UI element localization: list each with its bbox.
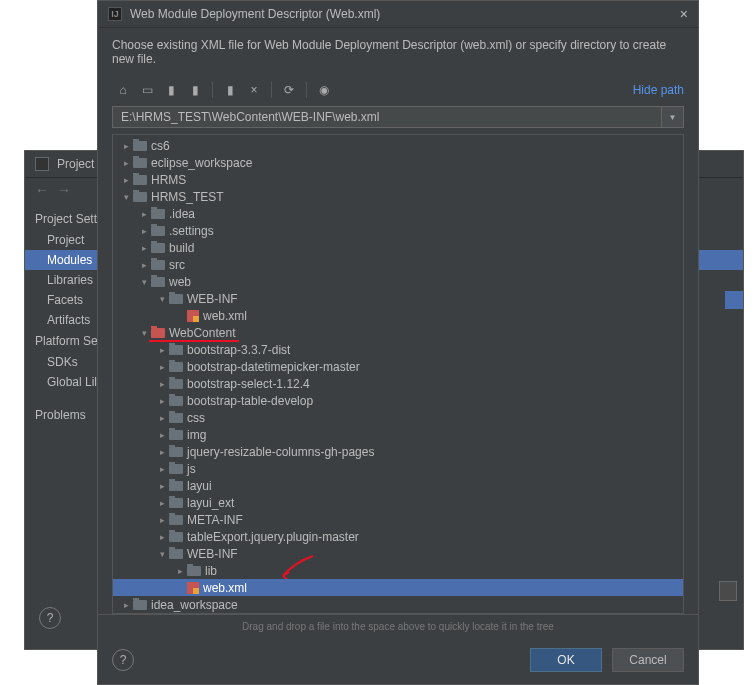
path-input[interactable] (112, 106, 662, 128)
expand-closed-icon[interactable] (139, 243, 149, 253)
expand-closed-icon[interactable] (157, 396, 167, 406)
folder-icon (169, 362, 183, 372)
expand-closed-icon[interactable] (157, 532, 167, 542)
expand-closed-icon[interactable] (157, 345, 167, 355)
expand-closed-icon[interactable] (139, 226, 149, 236)
tree-node[interactable]: idea_workspace (113, 596, 683, 613)
back-arrow-icon[interactable]: ← (35, 182, 49, 198)
expand-closed-icon[interactable] (139, 260, 149, 270)
tree-node[interactable]: web.xml (113, 579, 683, 596)
expand-closed-icon[interactable] (157, 379, 167, 389)
tree-node[interactable]: web.xml (113, 307, 683, 324)
desktop-icon[interactable]: ▭ (136, 80, 158, 100)
tree-node[interactable]: web (113, 273, 683, 290)
tree-node[interactable]: bootstrap-select-1.12.4 (113, 375, 683, 392)
tree-node-label: web.xml (203, 581, 247, 595)
tree-node-label: bootstrap-datetimepicker-master (187, 360, 360, 374)
module-icon[interactable]: ▮ (184, 80, 206, 100)
expand-closed-icon[interactable] (175, 566, 185, 576)
dialog-title: Web Module Deployment Descriptor (Web.xm… (130, 7, 380, 21)
expand-open-icon[interactable] (157, 294, 167, 304)
tree-node[interactable]: META-INF (113, 511, 683, 528)
folder-icon (133, 158, 147, 168)
xml-file-icon (187, 310, 199, 322)
bg-truncated-button[interactable] (719, 581, 737, 601)
expand-closed-icon[interactable] (121, 175, 131, 185)
expand-closed-icon[interactable] (157, 447, 167, 457)
forward-arrow-icon[interactable]: → (57, 182, 71, 198)
close-icon[interactable]: × (680, 6, 688, 22)
help-button[interactable]: ? (112, 649, 134, 671)
tree-node[interactable]: build (113, 239, 683, 256)
expand-open-icon[interactable] (157, 549, 167, 559)
separator (306, 82, 307, 98)
folder-icon (169, 532, 183, 542)
tree-node[interactable]: HRMS_TEST (113, 188, 683, 205)
expand-closed-icon[interactable] (157, 498, 167, 508)
tree-node[interactable]: lib (113, 562, 683, 579)
path-history-dropdown[interactable]: ▼ (662, 106, 684, 128)
folder-icon (187, 566, 201, 576)
cancel-button[interactable]: Cancel (612, 648, 684, 672)
expand-closed-icon[interactable] (157, 430, 167, 440)
expand-closed-icon[interactable] (121, 600, 131, 610)
file-tree[interactable]: cs6eclipse_workspaceHRMSHRMS_TEST.idea.s… (112, 134, 684, 614)
tree-node[interactable]: js (113, 460, 683, 477)
tree-node[interactable]: img (113, 426, 683, 443)
new-folder-icon[interactable]: ▮ (219, 80, 241, 100)
tree-node-label: build (169, 241, 194, 255)
tree-node[interactable]: layui_ext (113, 494, 683, 511)
tree-node[interactable]: bootstrap-3.3.7-dist (113, 341, 683, 358)
tree-node[interactable]: layui (113, 477, 683, 494)
intellij-icon: IJ (108, 7, 122, 21)
folder-icon (169, 345, 183, 355)
separator (212, 82, 213, 98)
tree-node[interactable]: cs6 (113, 137, 683, 154)
expand-open-icon[interactable] (121, 192, 131, 202)
tree-node-label: bootstrap-3.3.7-dist (187, 343, 290, 357)
tree-node[interactable]: tableExport.jquery.plugin-master (113, 528, 683, 545)
tree-node[interactable]: src (113, 256, 683, 273)
expand-open-icon[interactable] (139, 277, 149, 287)
expand-closed-icon[interactable] (139, 209, 149, 219)
project-icon[interactable]: ▮ (160, 80, 182, 100)
help-button[interactable]: ? (39, 607, 61, 629)
expand-closed-icon[interactable] (157, 515, 167, 525)
folder-icon (151, 328, 165, 338)
folder-icon (133, 600, 147, 610)
tree-node[interactable]: bootstrap-datetimepicker-master (113, 358, 683, 375)
refresh-icon[interactable]: ⟳ (278, 80, 300, 100)
tree-node-label: bootstrap-select-1.12.4 (187, 377, 310, 391)
folder-icon (133, 175, 147, 185)
expand-closed-icon[interactable] (121, 158, 131, 168)
folder-icon (169, 515, 183, 525)
expand-closed-icon[interactable] (157, 413, 167, 423)
home-icon[interactable]: ⌂ (112, 80, 134, 100)
tree-node[interactable]: HRMS (113, 171, 683, 188)
tree-node[interactable]: css (113, 409, 683, 426)
path-row: ▼ (112, 106, 684, 128)
expand-closed-icon[interactable] (157, 481, 167, 491)
expand-closed-icon[interactable] (121, 141, 131, 151)
folder-icon (169, 498, 183, 508)
tree-node[interactable]: unity_download (113, 613, 683, 614)
tree-node[interactable]: WEB-INF (113, 545, 683, 562)
tree-node[interactable]: .settings (113, 222, 683, 239)
expand-closed-icon[interactable] (157, 464, 167, 474)
separator (271, 82, 272, 98)
delete-icon[interactable]: × (243, 80, 265, 100)
tree-node-label: web (169, 275, 191, 289)
tree-node[interactable]: .idea (113, 205, 683, 222)
tree-node[interactable]: WebContent (113, 324, 683, 341)
ok-button[interactable]: OK (530, 648, 602, 672)
hide-path-link[interactable]: Hide path (633, 83, 684, 97)
tree-node[interactable]: WEB-INF (113, 290, 683, 307)
tree-node[interactable]: jquery-resizable-columns-gh-pages (113, 443, 683, 460)
tree-node-label: js (187, 462, 196, 476)
expand-closed-icon[interactable] (157, 362, 167, 372)
expand-open-icon[interactable] (139, 328, 149, 338)
show-hidden-icon[interactable]: ◉ (313, 80, 335, 100)
tree-node[interactable]: eclipse_workspace (113, 154, 683, 171)
folder-icon (169, 481, 183, 491)
tree-node[interactable]: bootstrap-table-develop (113, 392, 683, 409)
